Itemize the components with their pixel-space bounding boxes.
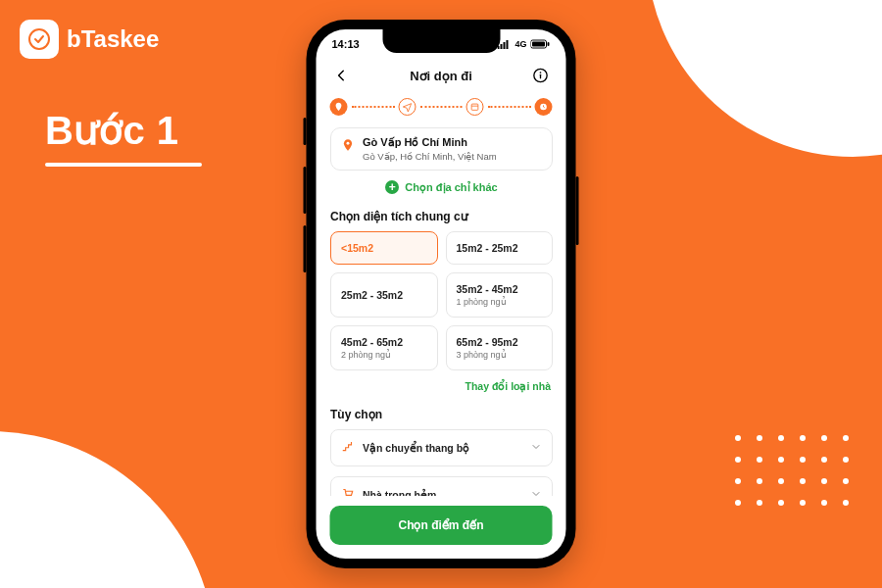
area-option-sub: 2 phòng ngủ xyxy=(341,350,427,360)
chevron-down-icon xyxy=(530,439,542,457)
progress-step-clock-icon xyxy=(535,98,553,116)
bg-decor-circle-top xyxy=(647,0,882,157)
choose-other-address-button[interactable]: + Chọn địa chỉ khác xyxy=(330,171,553,206)
area-option-label: 15m2 - 25m2 xyxy=(456,242,542,254)
option-label: Vận chuyển thang bộ xyxy=(363,442,522,454)
svg-point-14 xyxy=(346,142,349,145)
area-option[interactable]: <15m2 xyxy=(330,231,438,265)
brand-logo-icon xyxy=(20,20,59,59)
area-option[interactable]: 35m2 - 45m2 1 phòng ngủ xyxy=(445,272,553,318)
phone-mute-switch xyxy=(304,118,307,145)
bg-decor-circle-bottom xyxy=(0,431,216,588)
choose-other-address-label: Chọn địa chỉ khác xyxy=(405,181,497,194)
area-option-label: 25m2 - 35m2 xyxy=(341,289,427,301)
options-section-title: Tùy chọn xyxy=(330,408,553,421)
svg-rect-11 xyxy=(472,104,479,110)
status-time: 14:13 xyxy=(332,38,360,50)
chevron-down-icon xyxy=(530,486,542,496)
svg-point-9 xyxy=(540,72,542,74)
stairs-icon xyxy=(341,439,355,457)
step-label-block: Bước 1 xyxy=(45,108,202,167)
area-option-label: <15m2 xyxy=(341,242,427,254)
bg-decor-dots xyxy=(735,435,853,510)
info-icon xyxy=(532,68,548,83)
step-underline xyxy=(45,163,202,167)
location-pin-icon xyxy=(341,138,355,162)
area-option[interactable]: 45m2 - 65m2 2 phòng ngủ xyxy=(330,325,438,370)
option-label: Nhà trong hẻm xyxy=(363,489,522,496)
address-title: Gò Vấp Hồ Chí Minh xyxy=(363,136,497,149)
option-stairs-transport[interactable]: Vận chuyển thang bộ xyxy=(330,429,553,466)
svg-rect-3 xyxy=(503,42,505,49)
battery-icon xyxy=(531,39,551,49)
page-title: Nơi dọn đi xyxy=(410,69,472,83)
progress-step-location-icon xyxy=(330,98,348,116)
step-title: Bước 1 xyxy=(45,108,202,153)
svg-rect-2 xyxy=(500,44,502,49)
info-button[interactable] xyxy=(528,64,552,87)
svg-rect-10 xyxy=(540,74,541,79)
svg-point-0 xyxy=(29,29,49,49)
address-subtitle: Gò Vấp, Hồ Chí Minh, Việt Nam xyxy=(363,151,497,162)
svg-rect-4 xyxy=(506,40,508,49)
area-option[interactable]: 65m2 - 95m2 3 phòng ngủ xyxy=(445,325,553,370)
svg-rect-6 xyxy=(532,42,545,47)
brand-logo: bTaskee xyxy=(20,20,159,59)
address-card[interactable]: Gò Vấp Hồ Chí Minh Gò Vấp, Hồ Chí Minh, … xyxy=(330,127,553,171)
brand-name: bTaskee xyxy=(67,25,159,53)
area-option-label: 35m2 - 45m2 xyxy=(456,283,542,295)
area-option-sub: 1 phòng ngủ xyxy=(456,297,542,307)
status-network: 4G xyxy=(514,39,526,49)
option-alley-house[interactable]: Nhà trong hẻm xyxy=(330,476,553,496)
area-option-sub: 3 phòng ngủ xyxy=(456,350,542,360)
area-option-label: 45m2 - 65m2 xyxy=(341,336,427,348)
cart-icon xyxy=(341,486,355,496)
change-house-type-link[interactable]: Thay đổi loại nhà xyxy=(330,370,553,404)
progress-step-send-icon xyxy=(398,98,416,116)
area-option[interactable]: 15m2 - 25m2 xyxy=(445,231,553,265)
chevron-left-icon xyxy=(335,69,349,82)
choose-destination-button[interactable]: Chọn điểm đến xyxy=(330,506,553,545)
phone-volume-down xyxy=(304,225,307,272)
plus-icon: + xyxy=(385,180,399,194)
phone-notch xyxy=(382,29,500,53)
area-option-label: 65m2 - 95m2 xyxy=(456,336,542,348)
cta-container: Chọn điểm đến xyxy=(317,496,566,559)
phone-volume-up xyxy=(304,167,307,214)
app-header: Nơi dọn đi xyxy=(317,59,566,92)
content-area[interactable]: Gò Vấp Hồ Chí Minh Gò Vấp, Hồ Chí Minh, … xyxy=(317,122,566,496)
back-button[interactable] xyxy=(330,64,354,87)
phone-power-button xyxy=(576,176,579,245)
area-options-grid: <15m2 15m2 - 25m2 25m2 - 35m2 35m2 - 45m… xyxy=(330,231,553,370)
progress-steps xyxy=(317,92,566,122)
area-section-title: Chọn diện tích chung cư xyxy=(330,210,553,223)
svg-rect-7 xyxy=(548,42,550,46)
progress-step-calendar-icon xyxy=(466,98,484,116)
area-option[interactable]: 25m2 - 35m2 xyxy=(330,272,438,318)
phone-frame: 14:13 4G Nơi dọn đi xyxy=(307,20,576,568)
